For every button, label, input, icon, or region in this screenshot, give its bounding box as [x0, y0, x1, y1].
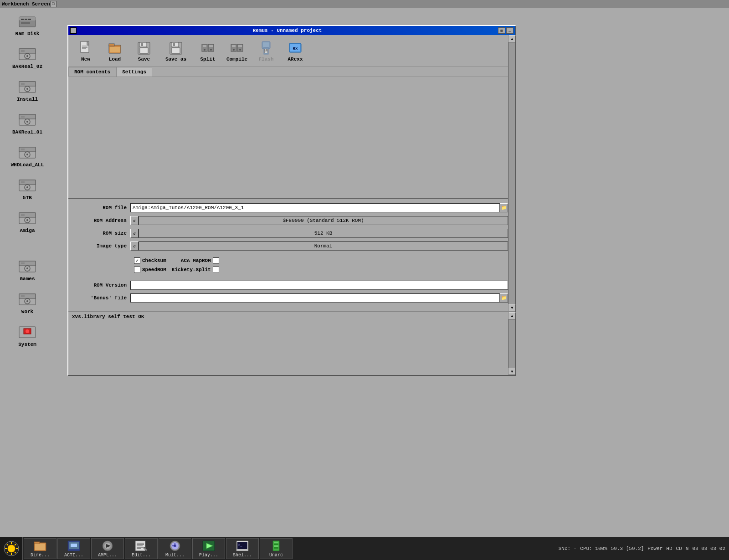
- log-area: xvs.library self test OK ▲ ▼: [68, 311, 515, 375]
- aca-maprom-checkbox[interactable]: [213, 257, 219, 264]
- main-scroll-up[interactable]: ▲: [508, 35, 516, 42]
- tab-settings[interactable]: Settings: [116, 67, 152, 77]
- aca-maprom-item: ACA MapROM: [181, 257, 219, 264]
- svg-rect-125: [274, 545, 278, 547]
- rom-version-input[interactable]: [130, 281, 508, 290]
- rom-file-input[interactable]: Amiga:Amiga_Tutos/A1200_ROM/A1200_3_1: [130, 203, 500, 212]
- rom-file-browse-btn[interactable]: 📁: [500, 203, 508, 212]
- amiga-label: Amiga: [20, 228, 35, 233]
- arexx-label: ARexx: [287, 57, 303, 62]
- svg-rect-3: [25, 19, 27, 20]
- taskbar-app-shel[interactable]: >_ Shel...: [226, 538, 259, 559]
- svg-rect-65: [173, 43, 175, 46]
- svg-rect-40: [21, 262, 25, 264]
- bonus-file-row: 'Bonus' file 📁: [76, 293, 508, 303]
- window-resize-btn[interactable]: ⊞: [498, 27, 505, 34]
- bakreal01-label: BAKReal_01: [12, 129, 42, 135]
- sidebar-item-5tb[interactable]: 5TB: [9, 177, 46, 200]
- rom-size-cycle-btn[interactable]: ↺: [130, 229, 139, 238]
- main-scroll-down[interactable]: ▼: [508, 304, 516, 311]
- taskbar-app-acti[interactable]: ACTI...: [57, 538, 90, 559]
- bonus-file-input[interactable]: [130, 293, 500, 303]
- arexx-button[interactable]: Rx ARexx: [282, 39, 309, 63]
- edit-icon: [134, 539, 149, 552]
- sidebar-item-bakreal-01[interactable]: BAKReal_01: [9, 111, 46, 135]
- compile-button[interactable]: Compile: [223, 39, 251, 63]
- new-button[interactable]: New: [72, 39, 99, 63]
- split-icon: [200, 40, 216, 57]
- sidebar-item-ram-disk[interactable]: Ram Disk: [9, 13, 46, 36]
- split-button[interactable]: Split: [194, 39, 221, 63]
- sidebar-item-games[interactable]: Games: [9, 258, 46, 282]
- tab-rom-contents[interactable]: ROM contents: [68, 67, 116, 77]
- svg-point-71: [210, 49, 212, 51]
- status-cpu-val: 59.3 [59.2]: [611, 546, 644, 551]
- log-text: xvs.library self test OK: [72, 314, 144, 319]
- taskbar-app-ampl[interactable]: AMPL...: [91, 538, 124, 559]
- bakreal01-icon: [17, 111, 37, 128]
- new-icon: [77, 40, 94, 57]
- svg-text:💾: 💾: [264, 49, 268, 53]
- log-scroll-up[interactable]: ▲: [508, 312, 516, 319]
- flash-icon: 💾: [258, 40, 274, 57]
- sidebar-item-work[interactable]: Work: [9, 291, 46, 314]
- sidebar-item-bakreal-02[interactable]: BAKReal_02: [9, 46, 46, 69]
- bakreal02-label: BAKReal_02: [12, 64, 42, 69]
- svg-rect-10: [21, 50, 25, 52]
- checksum-checkbox[interactable]: ✓: [134, 257, 140, 264]
- load-button[interactable]: Load: [101, 39, 128, 63]
- save-as-label: Save as: [165, 57, 186, 62]
- kickety-split-checkbox[interactable]: [213, 267, 219, 273]
- svg-rect-96: [34, 542, 40, 544]
- svg-point-29: [26, 186, 28, 188]
- svg-rect-60: [140, 48, 148, 53]
- taskbar-app-dire[interactable]: Dire...: [24, 538, 56, 559]
- flash-label: Flash: [258, 57, 273, 62]
- rom-file-value: Amiga:Amiga_Tutos/A1200_ROM/A1200_3_1: [133, 205, 244, 211]
- titlebar-close-btn[interactable]: □: [50, 1, 56, 7]
- status-power: Power: [647, 546, 662, 551]
- sidebar-item-whdload-all[interactable]: WHDLoad_ALL: [9, 144, 46, 168]
- compile-icon: [229, 40, 245, 57]
- load-label: Load: [109, 57, 121, 62]
- speedrom-checkbox[interactable]: [134, 267, 140, 273]
- install-icon: [17, 78, 37, 96]
- taskbar-app-mult[interactable]: Mult...: [159, 538, 191, 559]
- status-snd: SND: -: [559, 546, 577, 551]
- svg-rect-4: [28, 19, 31, 20]
- window-close-btn[interactable]: [70, 27, 77, 34]
- taskbar-app-play[interactable]: Play...: [192, 538, 225, 559]
- save-as-button[interactable]: Save as: [159, 39, 192, 63]
- status-cpu: CPU: 100%: [580, 546, 607, 551]
- svg-point-44: [26, 300, 28, 302]
- checksum-item: ✓ Checksum: [134, 257, 166, 264]
- rom-size-label: ROM size: [76, 231, 130, 236]
- svg-point-86: [8, 545, 15, 552]
- arexx-icon: Rx: [287, 40, 303, 57]
- whdload-label: WHDLoad_ALL: [11, 162, 44, 168]
- rom-contents-area: [68, 77, 515, 196]
- taskbar-app-edit[interactable]: Edit...: [125, 538, 158, 559]
- sidebar-item-amiga[interactable]: Amiga: [9, 210, 46, 233]
- window-title: Remus - Unnamed project: [78, 28, 496, 33]
- svg-rect-100: [71, 544, 77, 547]
- play-icon: [201, 539, 216, 552]
- svg-point-39: [26, 267, 28, 269]
- bonus-file-browse-btn[interactable]: 📁: [500, 293, 508, 303]
- save-button[interactable]: Save: [130, 39, 158, 63]
- main-scrollbar: ▲ ▼: [508, 35, 515, 311]
- taskbar-app-unarc[interactable]: Unarc: [260, 538, 293, 559]
- rom-address-label: ROM Address: [76, 218, 130, 223]
- whdload-icon: [17, 144, 37, 161]
- svg-rect-20: [21, 116, 25, 118]
- rom-address-cycle-btn[interactable]: ↺: [130, 216, 139, 225]
- sidebar-item-install[interactable]: Install: [9, 78, 46, 102]
- taskbar: Dire... ACTI... AMPL...: [0, 537, 729, 560]
- log-scroll-down[interactable]: ▼: [508, 368, 516, 375]
- games-icon: [17, 258, 37, 275]
- window-minimize-btn[interactable]: _: [506, 27, 513, 34]
- image-type-cycle-btn[interactable]: ↺: [130, 241, 139, 251]
- sidebar-item-system[interactable]: System: [9, 324, 46, 347]
- svg-point-76: [233, 49, 235, 51]
- svg-point-49: [26, 329, 29, 333]
